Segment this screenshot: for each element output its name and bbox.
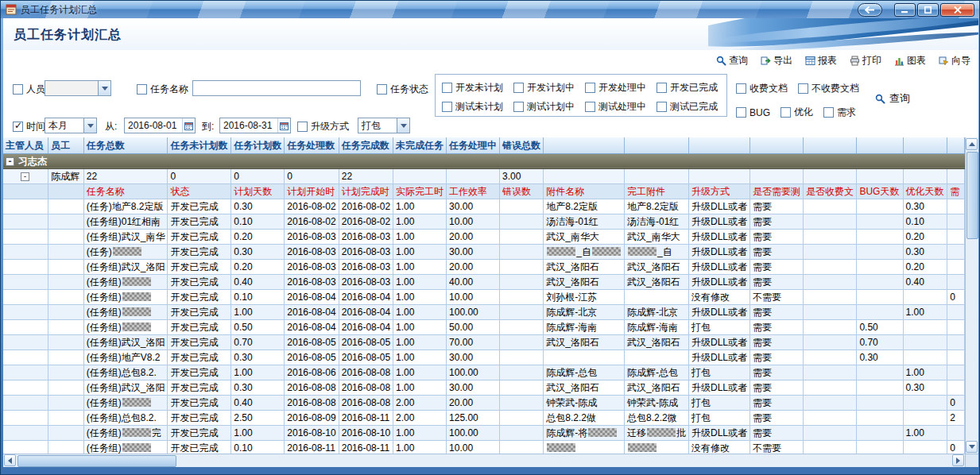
column-header[interactable]: 任务处理数: [285, 137, 339, 153]
test-processing-checkbox[interactable]: 测试处理中: [585, 100, 646, 114]
column-header[interactable]: [688, 137, 750, 153]
bug-checkbox[interactable]: BUG: [736, 106, 770, 119]
column-header[interactable]: 任务总数: [83, 137, 168, 153]
detail-column-header[interactable]: 是否需要测: [750, 183, 803, 199]
detail-row[interactable]: (任务组)开发已完成0.102016-08-042016-08-041.0010…: [3, 289, 965, 304]
detail-column-header[interactable]: 升级方式: [688, 183, 750, 199]
dev-completed-checkbox[interactable]: 开发已完成: [657, 81, 718, 95]
query-button[interactable]: 查询: [874, 91, 910, 106]
collapse-icon[interactable]: -: [21, 172, 29, 181]
chevron-down-icon[interactable]: [98, 81, 110, 95]
column-header[interactable]: [803, 137, 856, 153]
column-header[interactable]: [624, 137, 688, 153]
scroll-left-button[interactable]: [4, 454, 16, 466]
detail-column-header[interactable]: 状态: [168, 183, 231, 199]
column-header[interactable]: [857, 137, 903, 153]
back-button[interactable]: [858, 3, 882, 17]
scroll-up-button[interactable]: [966, 138, 978, 150]
toolbar-button-print[interactable]: 打印: [849, 54, 881, 68]
group-row[interactable]: -习志杰: [3, 153, 965, 168]
scroll-right-button[interactable]: [952, 454, 964, 466]
detail-column-header[interactable]: BUG天数: [857, 183, 903, 199]
column-header[interactable]: 任务完成数: [339, 137, 393, 153]
column-header[interactable]: 任务处理中: [447, 137, 500, 153]
test-completed-checkbox[interactable]: 测试已完成: [657, 100, 718, 114]
vertical-scroll-thumb[interactable]: [966, 152, 978, 239]
minimize-button[interactable]: [894, 3, 916, 17]
person-checkbox[interactable]: 人员: [13, 83, 45, 96]
detail-row[interactable]: (任务组)开发已完成0.402016-08-082016-08-082.0020…: [3, 395, 965, 410]
collapse-icon[interactable]: -: [6, 157, 14, 166]
detail-column-header[interactable]: 实际完工时: [393, 183, 447, 199]
detail-row[interactable]: (任务组)武汉_洛阳开发已完成0.302016-08-082016-08-081…: [3, 380, 965, 395]
person-select[interactable]: [45, 80, 111, 96]
column-header[interactable]: 任务计划数: [231, 137, 285, 153]
column-header[interactable]: 未完成任务: [393, 137, 447, 153]
calendar-icon[interactable]: [182, 118, 195, 133]
task-status-checkbox[interactable]: 任务状态: [377, 83, 428, 96]
toolbar-button-export[interactable]: 导出: [760, 54, 792, 68]
column-header[interactable]: 员工: [48, 137, 84, 153]
detail-row[interactable]: (任务组)地产V8.2开发已完成0.302016-08-052016-08-05…: [3, 349, 965, 365]
detail-row[interactable]: (任务组)武汉_洛阳开发已完成0.202016-08-032016-08-031…: [3, 259, 965, 274]
detail-column-header[interactable]: 计划完成时: [339, 183, 393, 199]
vertical-scrollbar[interactable]: [965, 137, 978, 454]
detail-row[interactable]: (任务)地产8.2定版开发已完成0.302016-08-022016-08-02…: [3, 199, 965, 214]
dev-unplanned-checkbox[interactable]: 开发未计划: [442, 81, 503, 95]
toolbar-button-report[interactable]: 报表: [804, 54, 837, 68]
detail-column-header[interactable]: 是否收费文: [803, 183, 856, 199]
detail-column-header[interactable]: 计划开始时: [285, 183, 339, 199]
column-header[interactable]: 主管人员: [3, 137, 48, 153]
charged-doc-checkbox[interactable]: 收费文档: [736, 82, 788, 95]
detail-column-header[interactable]: 完工附件: [624, 183, 688, 199]
detail-row[interactable]: (任务组)01红相南开发已完成0.102016-08-022016-08-021…: [3, 214, 965, 229]
detail-row[interactable]: (任务组)开发已完成0.502016-08-042016-08-041.0050…: [3, 319, 965, 334]
column-header[interactable]: 错误总数: [500, 137, 544, 153]
optimize-checkbox[interactable]: 优化: [781, 106, 813, 119]
detail-row[interactable]: (任务组)武汉_洛阳开发已完成0.702016-08-052016-08-051…: [3, 334, 965, 349]
detail-row[interactable]: (任务组)总包8.2.开发已完成2.502016-08-092016-08-11…: [3, 410, 965, 425]
task-name-input[interactable]: [192, 80, 361, 96]
detail-row[interactable]: (任务组)开发已完成0.102016-08-112016-08-111.0010…: [3, 440, 965, 454]
test-planning-checkbox[interactable]: 测试计划中: [513, 100, 575, 114]
column-header[interactable]: [750, 137, 803, 153]
task-name-checkbox[interactable]: 任务名称: [137, 83, 188, 96]
dev-planning-checkbox[interactable]: 开发计划中: [513, 81, 575, 95]
upgrade-method-checkbox[interactable]: 升级方式: [297, 120, 349, 133]
detail-column-header[interactable]: 计划天数: [231, 183, 285, 199]
summary-row[interactable]: -陈成辉22000223.00: [3, 168, 965, 183]
dev-processing-checkbox[interactable]: 开发处理中: [585, 81, 646, 95]
detail-row[interactable]: (任务组)完开发已完成1.002016-08-102016-08-101.001…: [3, 425, 965, 440]
upgrade-method-select[interactable]: 打包: [358, 118, 410, 133]
horizontal-scroll-thumb[interactable]: [17, 455, 176, 467]
detail-column-header[interactable]: 任务名称: [83, 183, 168, 199]
maximize-button[interactable]: [917, 3, 939, 17]
titlebar[interactable]: 员工任务计划汇总: [1, 1, 979, 18]
detail-row[interactable]: (任务组)总包8.2.开发已完成1.002016-08-062016-08-08…: [3, 365, 965, 380]
horizontal-scrollbar[interactable]: [3, 454, 965, 467]
test-unplanned-checkbox[interactable]: 测试未计划: [442, 100, 503, 114]
calendar-icon[interactable]: [277, 118, 290, 133]
detail-row[interactable]: (任务组)武汉_南华开发已完成0.202016-08-032016-08-031…: [3, 229, 965, 244]
detail-row[interactable]: (任务组)开发已完成0.402016-08-032016-08-031.0040…: [3, 274, 965, 289]
column-header[interactable]: [544, 137, 625, 153]
column-header[interactable]: 任务未计划数: [168, 137, 231, 153]
time-period-select[interactable]: 本月: [45, 118, 97, 133]
toolbar-button-wizard[interactable]: 向导: [938, 54, 970, 68]
close-button[interactable]: [940, 3, 974, 17]
detail-column-header[interactable]: 优化天数: [903, 183, 947, 199]
chevron-down-icon[interactable]: [83, 118, 96, 133]
toolbar-button-query[interactable]: 查询: [715, 54, 748, 68]
column-header[interactable]: [903, 137, 947, 153]
toolbar-button-chart[interactable]: 图表: [893, 54, 926, 68]
column-header[interactable]: [947, 137, 965, 153]
detail-column-header[interactable]: 附件名称: [544, 183, 625, 199]
chevron-down-icon[interactable]: [397, 118, 409, 133]
detail-column-header[interactable]: 需: [947, 183, 965, 199]
requirement-checkbox[interactable]: 需求: [823, 106, 856, 119]
detail-row[interactable]: (任务组)开发已完成1.002016-08-042016-08-041.0010…: [3, 304, 965, 319]
detail-row[interactable]: (任务)开发已完成0.302016-08-032016-08-031.0030.…: [3, 244, 965, 259]
detail-column-header[interactable]: 错误数: [500, 183, 544, 199]
to-date-field[interactable]: 2016-08-31: [219, 118, 291, 133]
free-doc-checkbox[interactable]: 不收费文档: [798, 82, 859, 95]
